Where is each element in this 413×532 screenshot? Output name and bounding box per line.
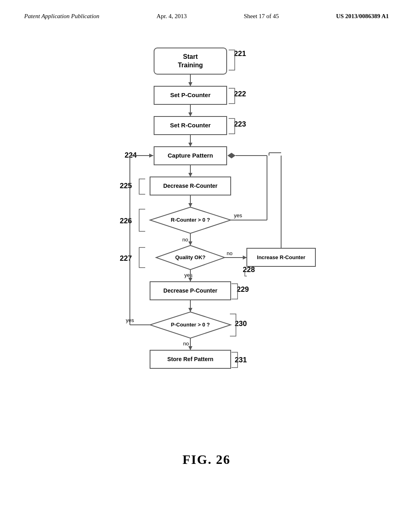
svg-marker-56: [188, 308, 192, 312]
svg-text:Decrease P-Counter: Decrease P-Counter: [163, 287, 217, 294]
svg-marker-43: [243, 256, 247, 260]
svg-marker-21: [188, 173, 192, 177]
svg-text:Increase R-Counter: Increase R-Counter: [257, 254, 305, 260]
svg-text:no: no: [227, 250, 232, 256]
figure-label: FIG. 26: [183, 452, 231, 467]
diagram-area: Start Training 221 Set P-Counter 222 Set…: [0, 28, 413, 491]
svg-text:Decrease R-Counter: Decrease R-Counter: [163, 183, 218, 189]
page-header: Patent Application Publication Apr. 4, 2…: [0, 0, 413, 20]
svg-marker-5: [188, 82, 192, 86]
svg-text:221: 221: [234, 50, 246, 58]
publication-date: Apr. 4, 2013: [156, 13, 187, 20]
svg-marker-26: [188, 203, 192, 207]
flowchart-svg: Start Training 221 Set P-Counter 222 Set…: [86, 44, 327, 447]
svg-text:229: 229: [237, 285, 249, 293]
svg-text:Store Ref Pattern: Store Ref Pattern: [167, 356, 213, 362]
svg-marker-51: [188, 278, 192, 282]
svg-marker-67: [188, 346, 192, 350]
sheet-info: Sheet 17 of 45: [244, 13, 279, 20]
svg-text:no: no: [182, 237, 188, 243]
publication-number: US 2013/0086389 A1: [336, 13, 389, 20]
svg-text:Start: Start: [183, 53, 198, 60]
svg-text:222: 222: [234, 90, 246, 98]
svg-text:no: no: [183, 341, 189, 347]
svg-text:yes: yes: [234, 212, 242, 218]
svg-text:Quality OK?: Quality OK?: [175, 254, 205, 260]
svg-marker-19: [227, 153, 236, 158]
svg-text:Training: Training: [178, 62, 203, 69]
svg-marker-10: [188, 112, 192, 116]
svg-text:yes: yes: [184, 272, 193, 278]
svg-marker-65: [149, 154, 153, 158]
svg-text:Set R-Counter: Set R-Counter: [170, 122, 211, 129]
svg-text:231: 231: [235, 356, 247, 364]
publication-title: Patent Application Publication: [24, 13, 99, 20]
svg-text:P-Counter > 0 ?: P-Counter > 0 ?: [171, 322, 210, 328]
svg-rect-0: [154, 48, 227, 74]
svg-text:Set P-Counter: Set P-Counter: [170, 91, 211, 98]
svg-text:223: 223: [234, 120, 246, 128]
svg-text:R-Counter > 0 ?: R-Counter > 0 ?: [171, 217, 210, 223]
svg-text:Capture Pattern: Capture Pattern: [168, 152, 213, 159]
svg-marker-36: [188, 241, 192, 245]
svg-marker-15: [188, 143, 192, 147]
svg-text:230: 230: [235, 320, 247, 328]
